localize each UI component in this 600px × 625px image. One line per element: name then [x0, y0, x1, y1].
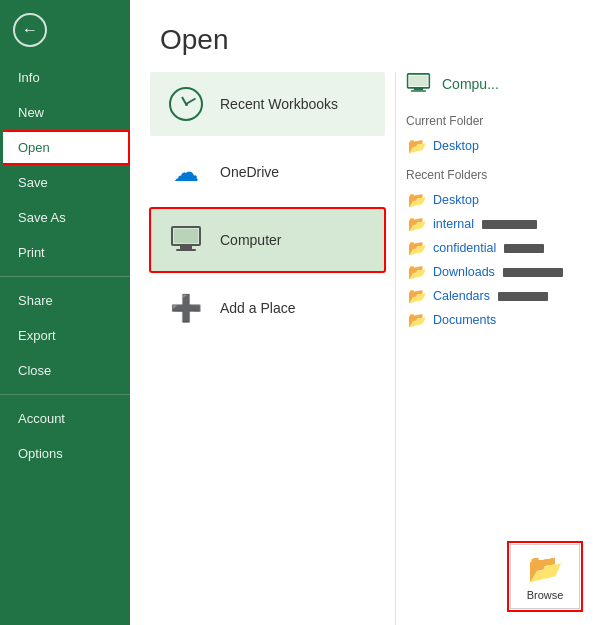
- svg-rect-6: [409, 75, 428, 86]
- browse-button[interactable]: 📂 Browse: [510, 544, 580, 609]
- back-button[interactable]: ←: [8, 8, 52, 52]
- current-folder-label: Desktop: [433, 139, 479, 153]
- recent-folder-label-0: Desktop: [433, 193, 479, 207]
- obscured-bar-3: [503, 268, 563, 277]
- onedrive-label: OneDrive: [220, 164, 279, 180]
- computer-label: Computer: [220, 232, 281, 248]
- folder-icon-3: 📂: [408, 263, 427, 281]
- sidebar-nav: Info New Open Save Save As Print Share E…: [0, 60, 130, 625]
- main-panel: Open Recent Workbooks ☁: [130, 0, 600, 625]
- plus-icon: ➕: [170, 293, 202, 324]
- add-place-label: Add a Place: [220, 300, 296, 316]
- folder-icon-0: 📂: [408, 191, 427, 209]
- locations-panel: Recent Workbooks ☁ OneDrive: [150, 72, 395, 625]
- right-panel-inner: Compu... Current Folder 📂 Desktop Recent…: [406, 72, 580, 625]
- recent-folder-label-4: Calendars: [433, 289, 490, 303]
- sidebar: ← Info New Open Save Save As Print Share…: [0, 0, 130, 625]
- folder-icon-2: 📂: [408, 239, 427, 257]
- browse-label: Browse: [527, 589, 564, 601]
- page-title-area: Open: [130, 0, 600, 72]
- folder-icon-current: 📂: [408, 137, 427, 155]
- recent-folder-label-2: confidential: [433, 241, 496, 255]
- recent-folder-label-3: Downloads: [433, 265, 495, 279]
- folder-icon-5: 📂: [408, 311, 427, 329]
- sidebar-item-save[interactable]: Save: [0, 165, 130, 200]
- computer-icon-container: [166, 220, 206, 260]
- sidebar-item-open[interactable]: Open: [0, 130, 130, 165]
- folder-icon-4: 📂: [408, 287, 427, 305]
- sidebar-item-print[interactable]: Print: [0, 235, 130, 270]
- obscured-bar-4: [498, 292, 548, 301]
- sidebar-item-account[interactable]: Account: [0, 401, 130, 436]
- sidebar-divider: [0, 276, 130, 277]
- onedrive-icon-container: ☁: [166, 152, 206, 192]
- current-folder-desktop[interactable]: 📂 Desktop: [406, 134, 580, 158]
- folder-icon-1: 📂: [408, 215, 427, 233]
- right-panel: Compu... Current Folder 📂 Desktop Recent…: [395, 72, 580, 625]
- location-onedrive[interactable]: ☁ OneDrive: [150, 140, 385, 204]
- obscured-bar-1: [482, 220, 537, 229]
- clock-icon-container: [166, 84, 206, 124]
- browse-button-wrap: 📂 Browse: [406, 534, 580, 625]
- svg-rect-8: [411, 90, 427, 92]
- computer-icon: [168, 222, 204, 258]
- recent-folder-label-1: internal: [433, 217, 474, 231]
- recent-folder-3[interactable]: 📂 Downloads: [406, 260, 580, 284]
- recent-folder-0[interactable]: 📂 Desktop: [406, 188, 580, 212]
- location-computer[interactable]: Computer: [150, 208, 385, 272]
- content-area: Recent Workbooks ☁ OneDrive: [130, 72, 600, 625]
- sidebar-divider-2: [0, 394, 130, 395]
- sidebar-item-share[interactable]: Share: [0, 283, 130, 318]
- clock-center-dot: [185, 103, 188, 106]
- current-folder-title: Current Folder: [406, 114, 580, 128]
- sidebar-item-export[interactable]: Export: [0, 318, 130, 353]
- browse-folder-icon: 📂: [528, 552, 563, 585]
- right-computer-header: Compu...: [406, 72, 580, 96]
- sidebar-item-save-as[interactable]: Save As: [0, 200, 130, 235]
- recent-folders-title: Recent Folders: [406, 168, 580, 182]
- location-recent-workbooks[interactable]: Recent Workbooks: [150, 72, 385, 136]
- sidebar-item-close[interactable]: Close: [0, 353, 130, 388]
- back-arrow-icon: ←: [22, 21, 38, 39]
- recent-folder-label-5: Documents: [433, 313, 496, 327]
- sidebar-item-new[interactable]: New: [0, 95, 130, 130]
- recent-workbooks-label: Recent Workbooks: [220, 96, 338, 112]
- recent-folder-1[interactable]: 📂 internal: [406, 212, 580, 236]
- recent-folder-2[interactable]: 📂 confidential: [406, 236, 580, 260]
- svg-rect-7: [414, 88, 423, 90]
- obscured-bar-2: [504, 244, 544, 253]
- right-computer-label: Compu...: [442, 76, 499, 92]
- add-place-icon-container: ➕: [166, 288, 206, 328]
- cloud-icon: ☁: [173, 157, 199, 188]
- recent-folder-5[interactable]: 📂 Documents: [406, 308, 580, 332]
- location-add-place[interactable]: ➕ Add a Place: [150, 276, 385, 340]
- svg-rect-4: [182, 244, 190, 246]
- recent-folder-4[interactable]: 📂 Calendars: [406, 284, 580, 308]
- svg-rect-2: [176, 249, 196, 251]
- sidebar-item-options[interactable]: Options: [0, 436, 130, 471]
- sidebar-item-info[interactable]: Info: [0, 60, 130, 95]
- right-computer-icon: [406, 72, 434, 96]
- back-circle-icon: ←: [13, 13, 47, 47]
- page-title: Open: [160, 24, 570, 56]
- svg-rect-3: [174, 229, 198, 243]
- clock-icon: [169, 87, 203, 121]
